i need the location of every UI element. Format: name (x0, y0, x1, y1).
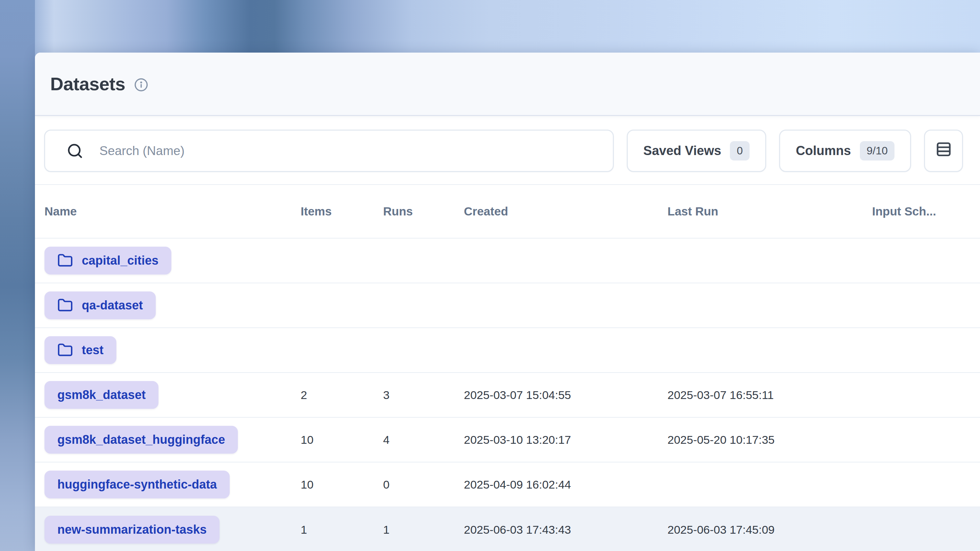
dataset-name-badge[interactable]: gsm8k_dataset_huggingface (45, 426, 238, 454)
row-height-button[interactable] (924, 130, 963, 172)
info-icon[interactable] (134, 78, 148, 92)
table-row: new-summarization-tasks 1 1 2025-06-03 1… (35, 507, 980, 551)
table-header-row: Name Items Runs Created Last Run Input S… (35, 184, 980, 238)
folder-badge[interactable]: test (45, 336, 116, 364)
columns-label: Columns (796, 143, 851, 158)
dataset-name-badge[interactable]: new-summarization-tasks (45, 516, 220, 543)
table-row: qa-dataset (35, 283, 980, 328)
items-cell: 1 (301, 523, 383, 537)
table-row: test (35, 328, 980, 373)
panel-header: Datasets (35, 52, 980, 116)
last-run-cell: 2025-05-20 10:17:35 (667, 433, 872, 446)
dataset-name: new-summarization-tasks (57, 522, 207, 537)
folder-name: test (82, 343, 103, 357)
runs-cell: 4 (383, 433, 464, 446)
rows-icon (934, 140, 953, 162)
folder-badge[interactable]: qa-dataset (45, 291, 156, 319)
items-cell: 10 (301, 478, 383, 491)
column-header-items: Items (301, 205, 383, 218)
toolbar: Saved Views 0 Columns 9/10 (35, 116, 980, 184)
dataset-name-badge[interactable]: gsm8k_dataset (45, 381, 159, 409)
last-run-cell: 2025-03-07 16:55:11 (667, 389, 872, 402)
runs-cell: 3 (383, 389, 464, 402)
folder-name: capital_cities (82, 254, 159, 268)
table-row: gsm8k_dataset 2 3 2025-03-07 15:04:55 20… (35, 373, 980, 418)
column-header-last-run: Last Run (667, 205, 872, 218)
folder-icon (57, 342, 73, 358)
saved-views-count-badge: 0 (730, 141, 749, 160)
folder-icon (57, 297, 73, 313)
folder-name: qa-dataset (82, 298, 143, 313)
dataset-name: gsm8k_dataset_huggingface (57, 433, 225, 447)
items-cell: 10 (301, 433, 383, 446)
columns-button[interactable]: Columns 9/10 (779, 130, 911, 172)
column-header-name: Name (45, 205, 301, 218)
folder-icon (57, 253, 73, 268)
column-header-created: Created (464, 205, 667, 218)
table-body: capital_cities qa-dataset (35, 238, 980, 551)
dataset-name: huggingface-synthetic-data (57, 477, 217, 492)
created-cell: 2025-06-03 17:43:43 (464, 523, 667, 537)
table-row: capital_cities (35, 238, 980, 283)
search-box (44, 130, 614, 172)
columns-count-badge: 9/10 (860, 141, 894, 160)
search-icon (66, 142, 84, 160)
dataset-name-badge[interactable]: huggingface-synthetic-data (45, 471, 230, 499)
folder-badge[interactable]: capital_cities (45, 247, 171, 275)
runs-cell: 0 (383, 478, 464, 491)
datasets-panel: Datasets Saved Views 0 Columns (35, 52, 980, 551)
table-row: huggingface-synthetic-data 10 0 2025-04-… (35, 462, 980, 507)
background-gradient-strip (0, 0, 35, 551)
saved-views-label: Saved Views (643, 143, 721, 158)
column-header-runs: Runs (383, 205, 464, 218)
created-cell: 2025-03-10 13:20:17 (464, 433, 667, 446)
saved-views-button[interactable]: Saved Views 0 (627, 130, 766, 172)
page-title: Datasets (50, 73, 125, 94)
table-row: gsm8k_dataset_huggingface 10 4 2025-03-1… (35, 418, 980, 462)
created-cell: 2025-04-09 16:02:44 (464, 478, 667, 491)
runs-cell: 1 (383, 523, 464, 537)
items-cell: 2 (301, 389, 383, 402)
search-input[interactable] (99, 143, 599, 159)
column-header-input-schema: Input Sch... (872, 205, 980, 218)
dataset-name: gsm8k_dataset (57, 388, 146, 402)
last-run-cell: 2025-06-03 17:45:09 (667, 523, 872, 537)
created-cell: 2025-03-07 15:04:55 (464, 389, 667, 402)
